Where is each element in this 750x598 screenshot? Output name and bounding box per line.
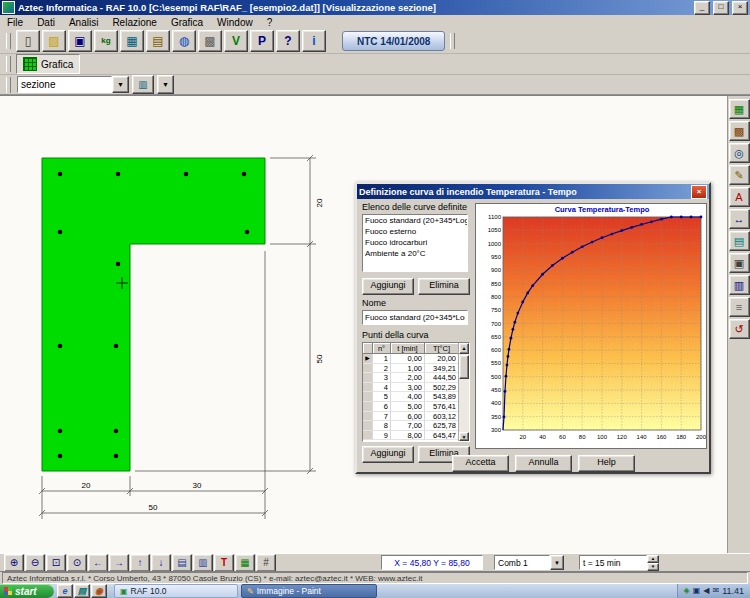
rebar-dot[interactable] — [58, 344, 63, 349]
toolbar-grip[interactable] — [450, 33, 455, 49]
rebar-dot[interactable] — [58, 230, 63, 235]
curve-list-item[interactable]: Ambiente a 20°C — [363, 248, 467, 259]
view-combo[interactable]: sezione ▼ — [17, 76, 129, 93]
pan-down-button[interactable]: ↓ — [151, 554, 171, 572]
refresh-button[interactable]: ↺ — [729, 319, 750, 339]
print-button[interactable]: ▥ — [729, 275, 750, 295]
toolbar-grip[interactable] — [6, 77, 11, 93]
task-button-raf-10-0[interactable]: ▣RAF 10.0 — [114, 584, 238, 598]
zoom-extents-button[interactable]: ⊙ — [67, 554, 87, 572]
layers-button[interactable]: ▤ — [729, 231, 750, 251]
point-add-button[interactable]: Aggiungi — [362, 446, 414, 463]
toolbar-grip[interactable] — [6, 33, 11, 49]
menu-relazione[interactable]: Relazione — [105, 16, 163, 29]
curve-add-button[interactable]: Aggiungi — [362, 278, 414, 295]
table-row[interactable]: 21,00349,21 — [363, 364, 469, 374]
image-export-button[interactable]: ▦ — [235, 554, 255, 572]
media-player-button[interactable]: ◉ — [91, 584, 107, 598]
progetto-button[interactable]: P — [250, 30, 274, 52]
rebar-dot[interactable] — [58, 454, 63, 459]
dialog-close-button[interactable]: × — [691, 185, 707, 199]
task-button-immagine-paint[interactable]: ✎Immagine - Paint — [241, 584, 377, 598]
menu-dati[interactable]: Dati — [30, 16, 62, 29]
spin-up-icon[interactable]: ▲ — [647, 555, 659, 563]
table-row[interactable]: 43,00502,29 — [363, 383, 469, 393]
copy-view-button[interactable]: ▥ — [193, 554, 213, 572]
view-options-button[interactable]: ▥ — [132, 75, 154, 94]
view-dropdown-button[interactable]: ▼ — [157, 75, 174, 94]
rebar-dot[interactable] — [114, 344, 119, 349]
pan-right-button[interactable]: → — [109, 554, 129, 572]
menu-window[interactable]: Window — [210, 16, 260, 29]
ntc-code-button[interactable]: NTC 14/01/2008 — [342, 31, 445, 51]
options-button[interactable]: ≡ — [729, 297, 750, 317]
section-view-button[interactable]: ▦ — [729, 99, 750, 119]
toolbar-grip[interactable] — [6, 56, 11, 72]
pan-left-button[interactable]: ← — [88, 554, 108, 572]
rebar-dot[interactable] — [114, 454, 119, 459]
maximize-button[interactable]: □ — [713, 1, 729, 15]
mesh-button[interactable]: ▩ — [729, 121, 750, 141]
curve-list-item[interactable]: Fuoco standard (20+345*Log(8t+1) — [363, 215, 467, 226]
curve-list-item[interactable]: Fuoco esterno — [363, 226, 467, 237]
close-button[interactable]: × — [732, 1, 748, 15]
table-row[interactable]: 54,00543,89 — [363, 392, 469, 402]
edit-button[interactable]: ✎ — [729, 165, 750, 185]
text-label-button[interactable]: T — [214, 554, 234, 572]
rebar-dot[interactable] — [116, 262, 121, 267]
rebar-dot[interactable] — [114, 429, 119, 434]
help-button[interactable]: Help — [578, 455, 635, 472]
curve-name-input[interactable] — [362, 310, 468, 325]
globe-button[interactable]: ◍ — [172, 30, 196, 52]
accept-button[interactable]: Accetta — [452, 455, 509, 472]
save-button[interactable]: ▣ — [68, 30, 92, 52]
rebar-dot[interactable] — [116, 172, 121, 177]
rebar-dot[interactable] — [58, 429, 63, 434]
verifica-button[interactable]: V — [224, 30, 248, 52]
table-row[interactable]: ▶10,0020,00 — [363, 354, 469, 364]
combination-combo[interactable]: Comb 1 ▼ — [494, 555, 564, 570]
start-button[interactable]: start — [0, 584, 54, 598]
chevron-down-icon[interactable]: ▼ — [550, 555, 564, 570]
open-folder-button[interactable]: ▨ — [42, 30, 66, 52]
section-table-button[interactable]: ▦ — [120, 30, 144, 52]
snapshot-button[interactable]: ▣ — [729, 253, 750, 273]
info-bubble-button[interactable]: i — [302, 30, 326, 52]
table-scrollbar[interactable]: ▲ ▼ — [458, 343, 469, 441]
menu-help[interactable]: ? — [260, 16, 280, 29]
text-tool-button[interactable]: A — [729, 187, 750, 207]
concrete-section-shape[interactable] — [42, 158, 265, 471]
curve-list-item[interactable]: Fuoco idrocarburi — [363, 237, 467, 248]
spin-down-icon[interactable]: ▼ — [647, 563, 659, 571]
rebar-dot[interactable] — [58, 172, 63, 177]
menu-grafica[interactable]: Grafica — [164, 16, 210, 29]
new-document-button[interactable]: ▯ — [16, 30, 40, 52]
rebar-dot[interactable] — [242, 172, 247, 177]
time-step-combo[interactable]: t = 15 min ▲ ▼ — [579, 555, 659, 570]
minimize-button[interactable]: _ — [694, 1, 710, 15]
table-row[interactable]: 87,00625,78 — [363, 421, 469, 431]
curve-delete-button[interactable]: Elimina — [418, 278, 470, 295]
rebar-dot[interactable] — [184, 172, 189, 177]
table-row[interactable]: 65,00576,41 — [363, 402, 469, 412]
table-row[interactable]: 32,00444,50 — [363, 373, 469, 383]
scroll-up-icon[interactable]: ▲ — [459, 343, 469, 354]
print-view-button[interactable]: ▤ — [172, 554, 192, 572]
table-row[interactable]: 76,00603,12 — [363, 412, 469, 422]
show-desktop-button[interactable]: ▤ — [74, 584, 90, 598]
calc-button[interactable]: ▩ — [198, 30, 222, 52]
dimension-button[interactable]: ↔ — [729, 209, 750, 229]
zoom-out-button[interactable]: ⊖ — [25, 554, 45, 572]
zoom-in-button[interactable]: ⊕ — [4, 554, 24, 572]
menu-analisi[interactable]: Analisi — [62, 16, 105, 29]
internet-explorer-button[interactable]: e — [57, 584, 73, 598]
units-kg-button[interactable]: kg — [94, 30, 118, 52]
rebar-dot[interactable] — [245, 230, 250, 235]
curve-listbox[interactable]: Fuoco standard (20+345*Log(8t+1)Fuoco es… — [362, 214, 468, 272]
pan-up-button[interactable]: ↑ — [130, 554, 150, 572]
table-row[interactable]: 98,00645,47 — [363, 431, 469, 441]
grid-toggle-button[interactable]: # — [256, 554, 276, 572]
help-button[interactable]: ? — [276, 30, 300, 52]
cancel-button[interactable]: Annulla — [515, 455, 572, 472]
zoom-window-button[interactable]: ⊡ — [46, 554, 66, 572]
